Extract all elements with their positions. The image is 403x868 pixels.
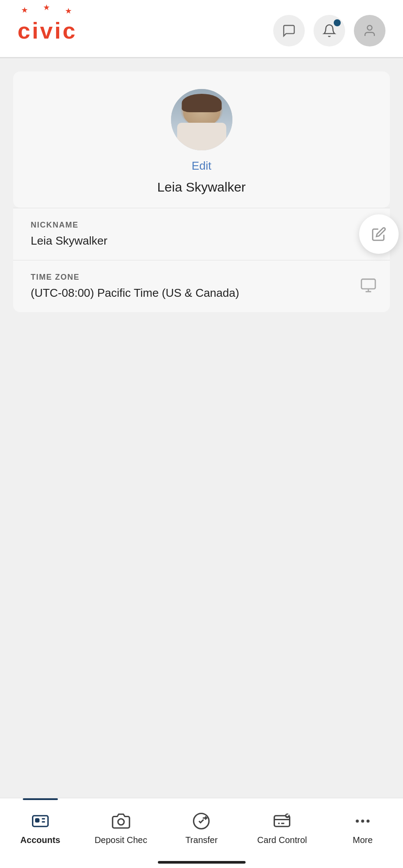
svg-rect-1 bbox=[361, 279, 375, 289]
svg-point-8 bbox=[118, 819, 124, 825]
notification-button[interactable] bbox=[314, 15, 345, 46]
svg-point-15 bbox=[361, 820, 364, 823]
nickname-value: Leia Skywalker bbox=[31, 234, 372, 248]
star-3: ★ bbox=[65, 6, 72, 16]
card-control-label: Card Control bbox=[257, 835, 307, 845]
deposit-icon bbox=[111, 811, 131, 831]
notification-dot bbox=[334, 19, 341, 26]
nav-item-card-control[interactable]: Card Control bbox=[242, 807, 322, 845]
svg-rect-4 bbox=[32, 816, 48, 827]
nav-item-more[interactable]: More bbox=[322, 807, 403, 845]
more-label: More bbox=[353, 835, 373, 845]
nav-item-accounts[interactable]: Accounts bbox=[0, 807, 81, 845]
logo-text: civic bbox=[18, 18, 77, 43]
info-section: NICKNAME Leia Skywalker TIME ZONE (UTC-0… bbox=[13, 208, 390, 312]
person-icon bbox=[363, 24, 377, 38]
transfer-icon bbox=[192, 811, 211, 831]
card-control-icon bbox=[272, 811, 292, 831]
transfer-label: Transfer bbox=[185, 835, 218, 845]
main-content: Edit Leia Skywalker NICKNAME Leia Skywal… bbox=[0, 58, 403, 798]
nav-item-deposit[interactable]: Deposit Chec bbox=[81, 807, 161, 845]
chat-button[interactable] bbox=[273, 15, 305, 46]
chat-icon bbox=[282, 24, 296, 38]
profile-card: Edit Leia Skywalker bbox=[13, 71, 390, 208]
nav-item-transfer[interactable]: Transfer bbox=[161, 807, 242, 845]
svg-rect-5 bbox=[36, 819, 39, 822]
nickname-edit-button[interactable] bbox=[359, 214, 399, 254]
avatar bbox=[171, 89, 232, 150]
avatar-section: Edit Leia Skywalker bbox=[31, 89, 372, 208]
header-icons bbox=[273, 15, 385, 46]
timezone-value: (UTC-08:00) Pacific Time (US & Canada) bbox=[31, 286, 355, 300]
star-2: ★ bbox=[43, 3, 50, 12]
header: ★ ★ ★ civic bbox=[0, 0, 403, 57]
deposit-label: Deposit Chec bbox=[95, 835, 147, 845]
avatar-image bbox=[171, 89, 232, 150]
accounts-icon bbox=[31, 811, 50, 831]
nickname-row: NICKNAME Leia Skywalker bbox=[13, 208, 390, 260]
bottom-nav: Accounts Deposit Chec Transfer bbox=[0, 798, 403, 868]
svg-point-16 bbox=[367, 820, 370, 823]
edit-link[interactable]: Edit bbox=[192, 159, 211, 173]
svg-point-14 bbox=[356, 820, 359, 823]
user-name: Leia Skywalker bbox=[157, 180, 246, 195]
logo-wrapper: ★ ★ ★ civic bbox=[18, 18, 77, 44]
nickname-label: NICKNAME bbox=[31, 221, 372, 230]
monitor-icon bbox=[360, 277, 377, 294]
accounts-label: Accounts bbox=[20, 835, 60, 845]
timezone-label: TIME ZONE bbox=[31, 273, 355, 282]
home-indicator bbox=[158, 861, 246, 864]
star-1: ★ bbox=[21, 5, 28, 15]
monitor-icon-wrapper bbox=[360, 277, 377, 295]
svg-point-0 bbox=[367, 25, 372, 30]
user-profile-button[interactable] bbox=[354, 15, 385, 46]
bell-icon bbox=[322, 24, 336, 38]
logo: ★ ★ ★ civic bbox=[18, 18, 77, 44]
pencil-icon bbox=[371, 227, 386, 242]
timezone-row: TIME ZONE (UTC-08:00) Pacific Time (US &… bbox=[13, 260, 390, 312]
more-icon bbox=[353, 811, 372, 831]
